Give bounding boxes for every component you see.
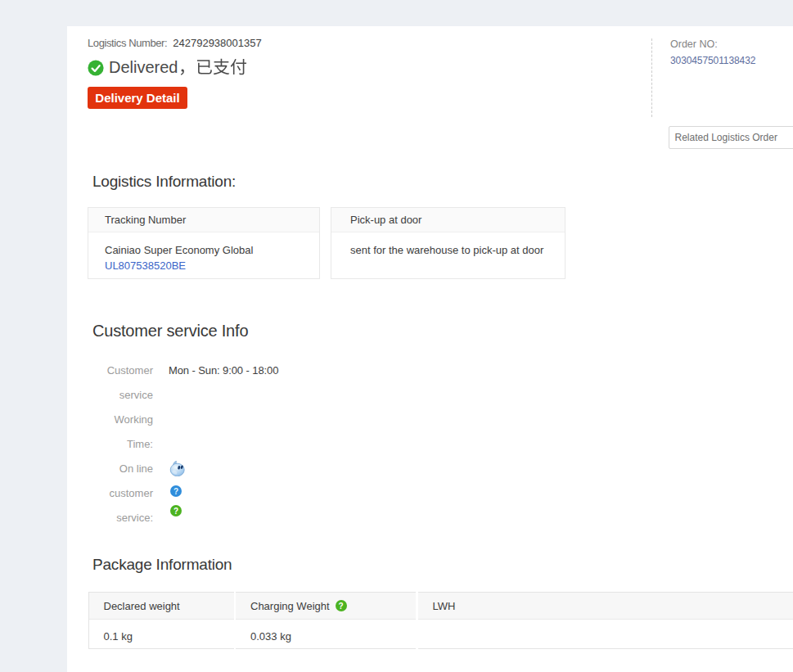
wangwang-chat-icon[interactable] bbox=[169, 461, 185, 476]
package-col-charging-weight: Charging Weight ? 0.033 kg bbox=[236, 592, 416, 649]
carrier-name: Cainiao Super Economy Global bbox=[105, 243, 303, 259]
customer-service-block: Customer service Working Time: Mon - Sun… bbox=[88, 359, 278, 530]
online-service-icons: ? ? bbox=[169, 457, 185, 530]
status-text: Delivered bbox=[109, 58, 247, 77]
tracking-number-link[interactable]: UL807538520BE bbox=[105, 259, 186, 272]
order-no-value[interactable]: 3030457501138432 bbox=[670, 55, 793, 67]
pickup-card-header: Pick-up at door bbox=[331, 208, 565, 232]
tracking-number-card-header: Tracking Number bbox=[88, 208, 319, 232]
help-green-icon[interactable]: ? bbox=[169, 505, 185, 516]
logistics-detail-page: { "header": { "logistics_number_label": … bbox=[0, 0, 793, 672]
declared-weight-header: Declared weight bbox=[89, 593, 234, 620]
pickup-card: Pick-up at door sent for the warehouse t… bbox=[331, 207, 565, 279]
help-glyph: ? bbox=[339, 602, 344, 611]
working-time-label: Customer service Working Time: bbox=[88, 359, 153, 457]
charging-weight-help-icon[interactable]: ? bbox=[336, 600, 347, 611]
lwh-value bbox=[418, 620, 793, 648]
delivered-check-icon bbox=[88, 60, 104, 76]
logistics-number-value: 242792938001357 bbox=[173, 37, 261, 49]
charging-weight-value: 0.033 kg bbox=[236, 620, 416, 648]
package-table: Declared weight 0.1 kg Charging Weight ?… bbox=[88, 592, 793, 649]
help-blue-badge: ? bbox=[170, 485, 182, 497]
working-time-value: Mon - Sun: 9:00 - 18:00 bbox=[169, 359, 278, 457]
package-col-lwh: LWH bbox=[418, 592, 793, 649]
help-glyph: ? bbox=[173, 487, 178, 496]
charging-weight-header: Charging Weight ? bbox=[236, 593, 416, 620]
status-text-latin: Delivered bbox=[109, 59, 178, 77]
online-service-label: On line customer service: bbox=[88, 457, 153, 530]
package-information-title: Package Information bbox=[92, 555, 232, 574]
delivery-detail-button[interactable]: Delivery Detail bbox=[88, 87, 187, 109]
declared-weight-value: 0.1 kg bbox=[89, 620, 234, 648]
logistics-number-row: Logistics Number:242792938001357 bbox=[88, 36, 262, 50]
charging-weight-header-label: Charging Weight bbox=[250, 600, 330, 612]
help-green-badge: ? bbox=[170, 505, 182, 516]
help-blue-icon[interactable]: ? bbox=[169, 485, 185, 497]
pickup-card-body: sent for the warehouse to pick-up at doo… bbox=[331, 232, 565, 259]
package-col-declared-weight: Declared weight 0.1 kg bbox=[88, 592, 234, 649]
logistics-cards-row: Tracking Number Cainiao Super Economy Gl… bbox=[88, 207, 565, 279]
related-logistics-order-button[interactable]: Related Logistics Order bbox=[669, 126, 793, 149]
content-card: Logistics Number:242792938001357 Deliver… bbox=[67, 26, 793, 672]
order-no-label: Order NO: bbox=[670, 38, 793, 51]
lwh-header: LWH bbox=[418, 593, 793, 620]
status-text-cjk bbox=[178, 58, 247, 75]
tracking-number-card: Tracking Number Cainiao Super Economy Gl… bbox=[88, 207, 320, 279]
order-panel: Order NO: 3030457501138432 bbox=[651, 38, 793, 117]
customer-service-title: Customer service Info bbox=[92, 321, 248, 341]
tracking-number-card-body: Cainiao Super Economy Global UL807538520… bbox=[88, 232, 319, 273]
working-time-row: Customer service Working Time: Mon - Sun… bbox=[88, 359, 278, 457]
pickup-status-text: sent for the warehouse to pick-up at doo… bbox=[350, 243, 546, 259]
status-row: Delivered bbox=[88, 58, 247, 78]
help-glyph: ? bbox=[173, 507, 178, 516]
wangwang-icon-svg bbox=[169, 461, 185, 476]
logistics-number-label: Logistics Number: bbox=[88, 37, 167, 49]
online-service-row: On line customer service: bbox=[88, 457, 278, 530]
logistics-information-title: Logistics Information: bbox=[92, 172, 236, 191]
